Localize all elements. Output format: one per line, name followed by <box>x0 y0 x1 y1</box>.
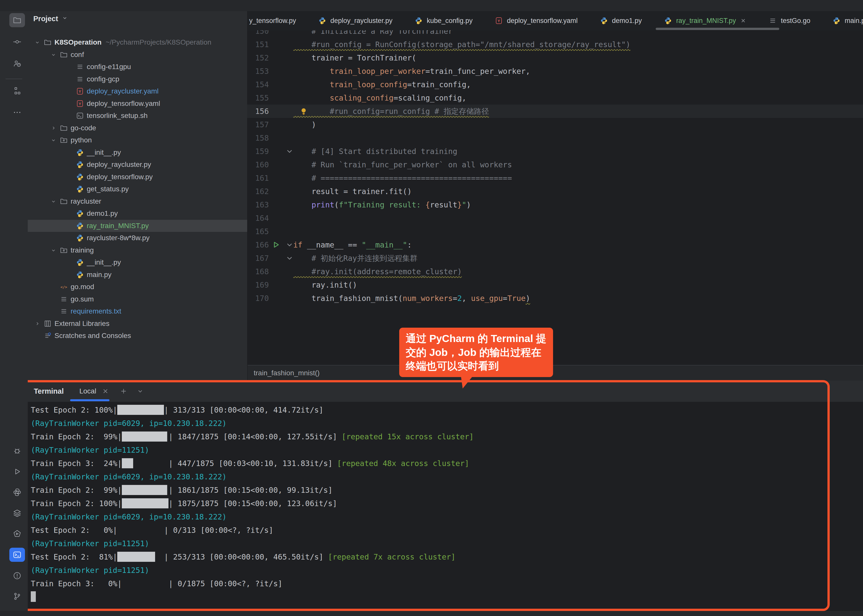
chevron-right-icon[interactable] <box>49 125 58 131</box>
problems-tool-button[interactable] <box>9 569 25 583</box>
tree-item-training[interactable]: training <box>28 244 247 256</box>
chevron-right-icon[interactable] <box>33 321 42 327</box>
code-line-168[interactable]: 168 #ray.init(address=remote_cluster) <box>247 265 863 278</box>
code-line-164[interactable]: 164 <box>247 212 863 225</box>
callout-line: 交的 Job，Job 的输出过程在 <box>406 346 546 360</box>
code-line-156[interactable]: 156 #run_config=run_config # 指定存储路径 <box>247 105 863 118</box>
tree-item-tensorlink-setup-sh[interactable]: tensorlink_setup.sh <box>28 110 247 122</box>
folder-icon <box>58 124 69 132</box>
tree-item-get-status-py[interactable]: get_status.py <box>28 183 247 195</box>
code-line-167[interactable]: 167 # 初始化Ray并连接到远程集群 <box>247 251 863 265</box>
tree-item-label: requirements.txt <box>71 307 121 315</box>
fold-chevron-icon[interactable] <box>285 147 294 156</box>
tree-item-go-mod[interactable]: </>go.mod <box>28 281 247 293</box>
code-line-152[interactable]: 152 trainer = TorchTrainer( <box>247 51 863 64</box>
line-number: 168 <box>247 265 269 278</box>
tab-deploy-raycluster-py[interactable]: deploy_raycluster.py <box>307 11 403 30</box>
code-line-165[interactable]: 165 <box>247 225 863 238</box>
code-line-159[interactable]: 159 # [4] Start distributed training <box>247 145 863 158</box>
tree-item-conf[interactable]: conf <box>28 49 247 61</box>
chevron-down-icon[interactable] <box>49 52 58 58</box>
chevron-down-icon[interactable] <box>137 388 144 395</box>
tab-testgo-go[interactable]: testGo.go <box>757 11 821 30</box>
tab-ray-train-mnist-py[interactable]: ray_train_MNIST.py <box>653 11 757 30</box>
python-packages-tool-button[interactable] <box>9 485 25 499</box>
tree-item-label: __init__.py <box>87 258 121 266</box>
tree-item-deploy-tensorflow-yaml[interactable]: Ydeploy_tensorflow.yaml <box>28 97 247 110</box>
tab-demo1-py[interactable]: demo1.py <box>589 11 653 30</box>
tree-item-requirements-txt[interactable]: requirements.txt <box>28 305 247 317</box>
tree-item--init-py[interactable]: __init__.py <box>28 256 247 269</box>
run-gutter-icon[interactable] <box>271 240 280 249</box>
tab-kube-config-py[interactable]: kube_config.py <box>403 11 484 30</box>
project-tool-window-header[interactable]: Project <box>33 15 68 23</box>
tree-item-scratches-and-consoles[interactable]: Scratches and Consoles <box>28 330 247 342</box>
services-tool-button[interactable] <box>9 506 25 520</box>
run-tool-button[interactable] <box>9 465 25 479</box>
code-line-162[interactable]: 162 result = trainer.fit() <box>247 185 863 198</box>
tree-item-raycluster-8w-8w-py[interactable]: raycluster-8w*8w.py <box>28 232 247 244</box>
code-line-169[interactable]: 169 ray.init() <box>247 278 863 292</box>
chevron-down-icon[interactable] <box>49 198 58 204</box>
python-icon <box>74 234 86 242</box>
tree-item-demo1-py[interactable]: demo1.py <box>28 207 247 220</box>
code-line-170[interactable]: 170 train_fashion_mnist(num_workers=2, u… <box>247 292 863 305</box>
terminal-tab-local[interactable]: Local <box>79 387 96 395</box>
tab-scrollbar[interactable] <box>656 28 779 30</box>
new-terminal-icon[interactable] <box>120 388 127 395</box>
tree-item-config-e11gpu[interactable]: config-e11gpu <box>28 61 247 73</box>
tree-item-deploy-raycluster-py[interactable]: deploy_raycluster.py <box>28 159 247 171</box>
tree-item-label: deploy_tensorflow.py <box>87 173 153 181</box>
tree-item-raycluster[interactable]: raycluster <box>28 195 247 208</box>
structure-tool-button[interactable] <box>9 84 25 98</box>
tree-item-python[interactable]: python <box>28 134 247 146</box>
tree-item-config-gcp[interactable]: config-gcp <box>28 73 247 85</box>
code-line-153[interactable]: 153 train_loop_per_worker=train_func_per… <box>247 64 863 78</box>
tab-main-py[interactable]: main.py <box>821 11 863 30</box>
commit-tool-button[interactable] <box>9 35 25 49</box>
close-icon[interactable] <box>740 17 746 24</box>
code-line-151[interactable]: 151 #run_config = RunConfig(storage_path… <box>247 38 863 51</box>
tree-item-main-py[interactable]: main.py <box>28 269 247 281</box>
tree-item-ray-train-mnist-py[interactable]: ray_train_MNIST.py <box>28 220 247 232</box>
terminal-line-4: Train Epoch 3: 24%|| 447/1875 [00:03<00:… <box>31 457 469 470</box>
code-line-157[interactable]: 157 ) <box>247 118 863 131</box>
tree-item-go-code[interactable]: go-code <box>28 122 247 134</box>
version-control-tool-button[interactable] <box>9 589 25 603</box>
tree-item-k8soperation[interactable]: K8SOperation~/PycharmProjects/K8SOperati… <box>28 36 247 49</box>
chevron-down-icon[interactable] <box>33 39 42 46</box>
tree-item-label: go.sum <box>71 295 94 303</box>
tree-item-label: Scratches and Consoles <box>55 332 131 340</box>
tree-item-go-sum[interactable]: go.sum <box>28 293 247 305</box>
code-line-154[interactable]: 154 train_loop_config=train_config, <box>247 78 863 91</box>
code-line-166[interactable]: 166if __name__ == "__main__": <box>247 238 863 251</box>
terminal-output[interactable]: Test Epoch 2: 100%|| 313/313 [00:00<00:0… <box>28 402 863 611</box>
python-icon <box>74 222 86 230</box>
tree-item-label: demo1.py <box>87 209 118 217</box>
more-tool-windows-tool-button[interactable] <box>9 105 25 119</box>
debug-tool-button[interactable] <box>9 443 25 458</box>
close-icon[interactable] <box>102 388 109 395</box>
code-line-163[interactable]: 163 print(f"Training result: {result}") <box>247 198 863 212</box>
chevron-down-icon[interactable] <box>49 247 58 253</box>
code-line-158[interactable]: 158 <box>247 131 863 145</box>
breadcrumb[interactable]: train_fashion_mnist() <box>254 369 320 377</box>
code-line-161[interactable]: 161 # ==================================… <box>247 171 863 185</box>
tree-item-deploy-tensorflow-py[interactable]: deploy_tensorflow.py <box>28 171 247 183</box>
chevron-down-icon[interactable] <box>49 137 58 143</box>
terminal-line-6: Train Epoch 2: 99%|| 1861/1875 [00:15<00… <box>31 483 332 497</box>
tree-item-deploy-raycluster-yaml[interactable]: Ydeploy_raycluster.yaml <box>28 85 247 97</box>
fold-chevron-icon[interactable] <box>285 253 294 262</box>
project-tool-button[interactable] <box>9 13 25 27</box>
code-line-155[interactable]: 155 scaling_config=scaling_config, <box>247 91 863 105</box>
run-configurations-tool-button[interactable] <box>9 527 25 541</box>
python-file-icon <box>833 17 841 25</box>
tab-y-tensorflow-py[interactable]: y_tensorflow.py <box>248 11 307 30</box>
pull-requests-tool-button[interactable]: ? <box>9 57 25 71</box>
terminal-tool-button[interactable] <box>9 548 25 562</box>
fold-chevron-icon[interactable] <box>285 240 294 249</box>
tree-item-external-libraries[interactable]: External Libraries <box>28 317 247 330</box>
tab-deploy-tensorflow-yaml[interactable]: Ydeploy_tensorflow.yaml <box>484 11 589 30</box>
tree-item--init-py[interactable]: __init__.py <box>28 146 247 159</box>
code-line-160[interactable]: 160 # Run `train_func_per_worker` on all… <box>247 158 863 171</box>
